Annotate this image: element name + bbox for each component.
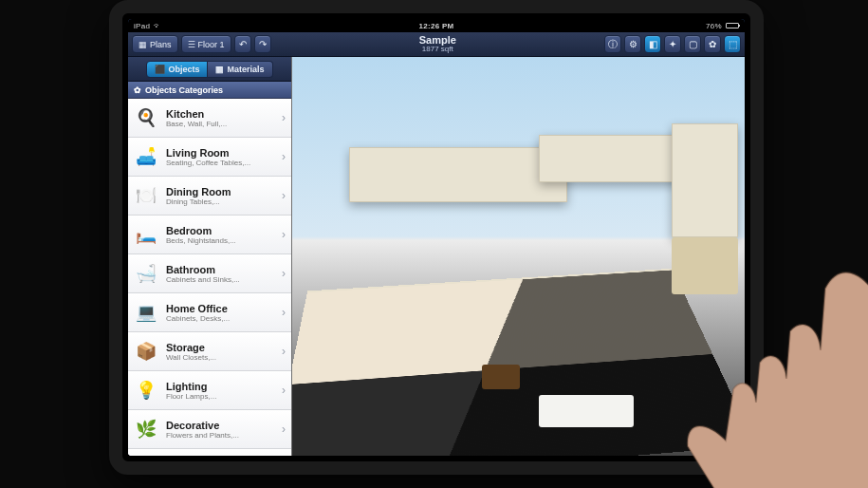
category-icon: 📦	[132, 337, 160, 366]
category-sub: Cabinets, Desks,...	[166, 314, 282, 323]
category-icon: 🍽️	[132, 181, 160, 210]
category-icon: 💡	[132, 376, 160, 404]
category-header-label: Objects Categories	[145, 85, 223, 95]
app-screen: iPad ᯤ 12:26 PM 76% ▦ Plans ☰ Floor 1 ↶ …	[128, 19, 745, 456]
category-sub: Floor Lamps,...	[166, 392, 282, 401]
status-bar: iPad ᯤ 12:26 PM 76%	[128, 19, 745, 32]
category-name: Decorative	[166, 420, 282, 431]
coffee-table	[482, 365, 520, 389]
category-sub: Cabinets and Sinks,...	[166, 275, 282, 284]
category-item-general[interactable]: 🧱GeneralStairs, Fireplaces,...›	[128, 449, 291, 456]
chevron-right-icon: ›	[282, 422, 287, 436]
layers-icon: ☰	[188, 40, 195, 49]
battery-icon	[726, 23, 739, 28]
title-area: Sample 1877 sqft	[274, 35, 601, 53]
category-name: Kitchen	[166, 108, 282, 120]
chevron-right-icon: ›	[282, 345, 287, 358]
plans-icon: ▦	[139, 40, 147, 49]
settings-button[interactable]: ⚙	[624, 35, 641, 53]
category-name: Lighting	[166, 381, 282, 392]
tab-objects-label: Objects	[168, 65, 199, 74]
category-name: Home Office	[166, 303, 282, 314]
lamp-icon: ✿	[134, 85, 141, 95]
main-area: ⬛ Objects ▦ Materials ✿ Objects Categori…	[128, 57, 745, 456]
category-item-home-office[interactable]: 💻Home OfficeCabinets, Desks,...›	[128, 293, 291, 332]
category-item-dining-room[interactable]: 🍽️Dining RoomDining Tables,...›	[128, 177, 291, 216]
category-icon: 🛋️	[132, 142, 160, 171]
kitchen-counter	[672, 237, 738, 294]
app-toolbar: ▦ Plans ☰ Floor 1 ↶ ↷ Sample 1877 sqft ⓘ…	[128, 32, 745, 57]
category-name: Dining Room	[166, 186, 282, 197]
category-sub: Flowers and Plants,...	[166, 431, 282, 440]
category-icon: 💻	[132, 298, 160, 327]
floor-label: Floor 1	[198, 40, 225, 49]
category-icon: 🛁	[132, 259, 160, 288]
clock-label: 12:26 PM	[336, 22, 538, 30]
category-name: Bathroom	[166, 264, 282, 275]
category-sub: Beds, Nightstands,...	[166, 236, 282, 245]
carrier-label: iPad	[134, 22, 150, 30]
chevron-right-icon: ›	[282, 306, 287, 319]
floor-plane	[292, 269, 745, 456]
category-header: ✿ Objects Categories	[128, 82, 291, 99]
wall	[672, 123, 738, 237]
category-item-lighting[interactable]: 💡LightingFloor Lamps,...›	[128, 371, 291, 410]
chevron-right-icon: ›	[282, 150, 287, 163]
tab-materials[interactable]: ▦ Materials	[208, 61, 272, 78]
chevron-right-icon: ›	[282, 384, 287, 397]
category-item-living-room[interactable]: 🛋️Living RoomSeating, Coffee Tables,...›	[128, 138, 291, 177]
category-sub: Wall Closets,...	[166, 353, 282, 362]
2d-view-button[interactable]: ▢	[684, 35, 701, 53]
camera-button[interactable]: ◧	[644, 35, 661, 53]
category-name: Bedroom	[166, 225, 282, 236]
sidebar-tabs: ⬛ Objects ▦ Materials	[128, 57, 291, 82]
sidebar: ⬛ Objects ▦ Materials ✿ Objects Categori…	[128, 57, 292, 456]
category-sub: Dining Tables,...	[166, 197, 282, 206]
project-area: 1877 sqft	[274, 46, 601, 53]
category-item-kitchen[interactable]: 🍳KitchenBase, Wall, Full,...›	[128, 99, 291, 138]
chevron-right-icon: ›	[282, 228, 287, 241]
category-item-bathroom[interactable]: 🛁BathroomCabinets and Sinks,...›	[128, 254, 291, 293]
undo-button[interactable]: ↶	[234, 35, 251, 53]
category-icon: 🛏️	[132, 220, 160, 249]
chevron-right-icon: ›	[282, 267, 287, 280]
plans-label: Plans	[150, 40, 172, 49]
tab-materials-label: Materials	[227, 65, 264, 74]
objects-icon: ⬛	[155, 65, 165, 74]
category-icon: 🍳	[132, 103, 160, 132]
category-item-storage[interactable]: 📦StorageWall Closets,...›	[128, 332, 291, 371]
category-icon: 🌿	[132, 415, 160, 443]
tablet-frame: iPad ᯤ 12:26 PM 76% ▦ Plans ☰ Floor 1 ↶ …	[109, 0, 764, 475]
3d-viewport[interactable]	[292, 57, 745, 456]
info-button[interactable]: ⓘ	[604, 35, 621, 53]
3d-view-button[interactable]: ⬚	[724, 35, 741, 53]
materials-icon: ▦	[215, 65, 224, 74]
category-name: Living Room	[166, 147, 282, 159]
wifi-icon: ᯤ	[154, 22, 161, 30]
battery-pct: 76%	[706, 22, 722, 30]
category-item-bedroom[interactable]: 🛏️BedroomBeds, Nightstands,...›	[128, 216, 291, 254]
category-name: Storage	[166, 342, 282, 353]
sofa	[539, 395, 634, 427]
chevron-right-icon: ›	[282, 111, 287, 124]
category-list[interactable]: 🍳KitchenBase, Wall, Full,...›🛋️Living Ro…	[128, 99, 291, 456]
category-sub: Base, Wall, Full,...	[166, 120, 282, 128]
wall	[349, 147, 567, 202]
category-icon: 🧱	[132, 454, 160, 456]
tab-objects[interactable]: ⬛ Objects	[146, 61, 208, 78]
plans-button[interactable]: ▦ Plans	[132, 35, 178, 53]
chevron-right-icon: ›	[282, 189, 287, 202]
environment-button[interactable]: ✿	[704, 35, 721, 53]
category-item-decorative[interactable]: 🌿DecorativeFlowers and Plants,...›	[128, 410, 291, 449]
redo-button[interactable]: ↷	[254, 35, 271, 53]
walkthrough-button[interactable]: ✦	[664, 35, 681, 53]
floor-button[interactable]: ☰ Floor 1	[181, 35, 231, 53]
category-sub: Seating, Coffee Tables,...	[166, 159, 282, 167]
